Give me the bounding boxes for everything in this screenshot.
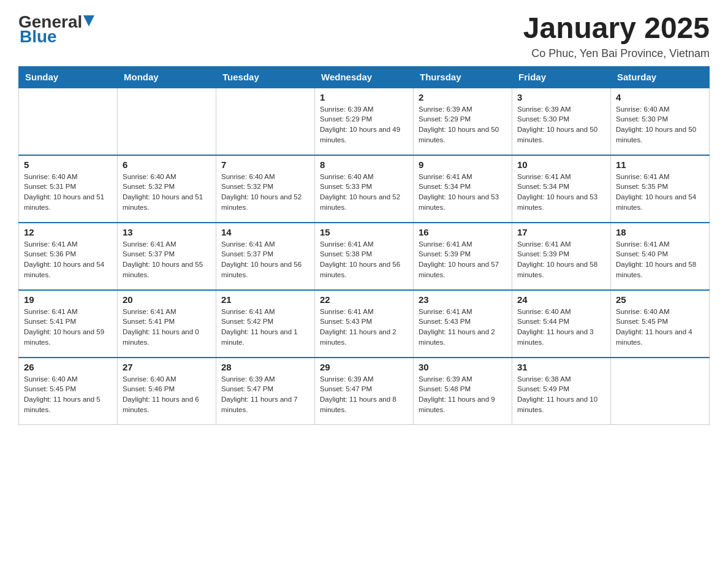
- calendar-cell: 5Sunrise: 6:40 AM Sunset: 5:31 PM Daylig…: [19, 155, 118, 223]
- day-info: Sunrise: 6:39 AM Sunset: 5:47 PM Dayligh…: [221, 374, 309, 415]
- day-number: 6: [123, 159, 211, 170]
- day-info: Sunrise: 6:41 AM Sunset: 5:38 PM Dayligh…: [320, 239, 408, 280]
- calendar-cell: 18Sunrise: 6:41 AM Sunset: 5:40 PM Dayli…: [611, 223, 710, 290]
- day-number: 9: [419, 159, 507, 170]
- calendar-day-header: Saturday: [611, 66, 710, 88]
- calendar-day-header: Friday: [512, 66, 611, 88]
- day-number: 4: [616, 92, 704, 102]
- day-info: Sunrise: 6:41 AM Sunset: 5:43 PM Dayligh…: [320, 307, 408, 348]
- calendar-cell: 19Sunrise: 6:41 AM Sunset: 5:41 PM Dayli…: [19, 290, 118, 358]
- location-text: Co Phuc, Yen Bai Province, Vietnam: [523, 47, 710, 60]
- day-number: 18: [616, 227, 704, 237]
- logo-triangle-icon: [83, 15, 94, 29]
- day-number: 1: [320, 92, 408, 102]
- calendar-cell: 29Sunrise: 6:39 AM Sunset: 5:47 PM Dayli…: [315, 358, 414, 425]
- day-info: Sunrise: 6:41 AM Sunset: 5:34 PM Dayligh…: [419, 172, 507, 213]
- calendar-cell: 16Sunrise: 6:41 AM Sunset: 5:39 PM Dayli…: [414, 223, 512, 290]
- day-info: Sunrise: 6:41 AM Sunset: 5:34 PM Dayligh…: [517, 172, 605, 213]
- calendar-week-row: 26Sunrise: 6:40 AM Sunset: 5:45 PM Dayli…: [19, 358, 710, 425]
- day-number: 2: [419, 92, 507, 102]
- day-info: Sunrise: 6:41 AM Sunset: 5:41 PM Dayligh…: [123, 307, 211, 348]
- day-info: Sunrise: 6:40 AM Sunset: 5:45 PM Dayligh…: [616, 307, 704, 348]
- calendar-cell: 4Sunrise: 6:40 AM Sunset: 5:30 PM Daylig…: [611, 88, 710, 155]
- day-info: Sunrise: 6:40 AM Sunset: 5:30 PM Dayligh…: [616, 104, 704, 145]
- day-info: Sunrise: 6:40 AM Sunset: 5:31 PM Dayligh…: [24, 172, 112, 213]
- title-area: January 2025 Co Phuc, Yen Bai Province, …: [523, 12, 710, 60]
- calendar-cell: [611, 358, 710, 425]
- calendar-cell: 2Sunrise: 6:39 AM Sunset: 5:29 PM Daylig…: [414, 88, 512, 155]
- calendar-day-header: Sunday: [19, 66, 118, 88]
- day-number: 11: [616, 159, 704, 170]
- day-info: Sunrise: 6:40 AM Sunset: 5:32 PM Dayligh…: [123, 172, 211, 213]
- calendar-cell: 15Sunrise: 6:41 AM Sunset: 5:38 PM Dayli…: [315, 223, 414, 290]
- day-info: Sunrise: 6:40 AM Sunset: 5:45 PM Dayligh…: [24, 374, 112, 415]
- calendar-cell: 6Sunrise: 6:40 AM Sunset: 5:32 PM Daylig…: [118, 155, 216, 223]
- calendar-cell: 11Sunrise: 6:41 AM Sunset: 5:35 PM Dayli…: [611, 155, 710, 223]
- day-info: Sunrise: 6:40 AM Sunset: 5:32 PM Dayligh…: [221, 172, 309, 213]
- svg-marker-0: [83, 15, 94, 26]
- day-info: Sunrise: 6:38 AM Sunset: 5:49 PM Dayligh…: [517, 374, 605, 415]
- page-header: General Blue January 2025 Co Phuc, Yen B…: [18, 12, 710, 60]
- calendar-cell: 12Sunrise: 6:41 AM Sunset: 5:36 PM Dayli…: [19, 223, 118, 290]
- calendar-cell: 26Sunrise: 6:40 AM Sunset: 5:45 PM Dayli…: [19, 358, 118, 425]
- calendar-cell: 14Sunrise: 6:41 AM Sunset: 5:37 PM Dayli…: [216, 223, 315, 290]
- calendar-week-row: 12Sunrise: 6:41 AM Sunset: 5:36 PM Dayli…: [19, 223, 710, 290]
- month-title: January 2025: [523, 12, 710, 45]
- calendar-week-row: 5Sunrise: 6:40 AM Sunset: 5:31 PM Daylig…: [19, 155, 710, 223]
- day-number: 30: [419, 362, 507, 372]
- calendar-cell: 9Sunrise: 6:41 AM Sunset: 5:34 PM Daylig…: [414, 155, 512, 223]
- day-info: Sunrise: 6:39 AM Sunset: 5:47 PM Dayligh…: [320, 374, 408, 415]
- day-info: Sunrise: 6:41 AM Sunset: 5:39 PM Dayligh…: [517, 239, 605, 280]
- day-number: 19: [24, 294, 112, 305]
- calendar-cell: 22Sunrise: 6:41 AM Sunset: 5:43 PM Dayli…: [315, 290, 414, 358]
- day-number: 25: [616, 294, 704, 305]
- calendar-week-row: 1Sunrise: 6:39 AM Sunset: 5:29 PM Daylig…: [19, 88, 710, 155]
- calendar-cell: 27Sunrise: 6:40 AM Sunset: 5:46 PM Dayli…: [118, 358, 216, 425]
- day-info: Sunrise: 6:39 AM Sunset: 5:30 PM Dayligh…: [517, 104, 605, 145]
- calendar-cell: 25Sunrise: 6:40 AM Sunset: 5:45 PM Dayli…: [611, 290, 710, 358]
- day-info: Sunrise: 6:41 AM Sunset: 5:43 PM Dayligh…: [419, 307, 507, 348]
- calendar-cell: 30Sunrise: 6:39 AM Sunset: 5:48 PM Dayli…: [414, 358, 512, 425]
- day-number: 26: [24, 362, 112, 372]
- calendar-cell: 7Sunrise: 6:40 AM Sunset: 5:32 PM Daylig…: [216, 155, 315, 223]
- calendar-cell: 21Sunrise: 6:41 AM Sunset: 5:42 PM Dayli…: [216, 290, 315, 358]
- calendar-day-header: Tuesday: [216, 66, 315, 88]
- calendar-day-header: Thursday: [414, 66, 512, 88]
- day-info: Sunrise: 6:41 AM Sunset: 5:37 PM Dayligh…: [123, 239, 211, 280]
- day-number: 5: [24, 159, 112, 170]
- calendar-cell: 1Sunrise: 6:39 AM Sunset: 5:29 PM Daylig…: [315, 88, 414, 155]
- day-number: 20: [123, 294, 211, 305]
- day-number: 10: [517, 159, 605, 170]
- day-number: 27: [123, 362, 211, 372]
- day-info: Sunrise: 6:41 AM Sunset: 5:39 PM Dayligh…: [419, 239, 507, 280]
- day-number: 28: [221, 362, 309, 372]
- day-number: 15: [320, 227, 408, 237]
- day-number: 8: [320, 159, 408, 170]
- calendar-week-row: 19Sunrise: 6:41 AM Sunset: 5:41 PM Dayli…: [19, 290, 710, 358]
- day-info: Sunrise: 6:39 AM Sunset: 5:48 PM Dayligh…: [419, 374, 507, 415]
- day-number: 7: [221, 159, 309, 170]
- day-info: Sunrise: 6:40 AM Sunset: 5:33 PM Dayligh…: [320, 172, 408, 213]
- calendar-day-header: Wednesday: [315, 66, 414, 88]
- day-number: 21: [221, 294, 309, 305]
- calendar-cell: 17Sunrise: 6:41 AM Sunset: 5:39 PM Dayli…: [512, 223, 611, 290]
- calendar-cell: [19, 88, 118, 155]
- day-info: Sunrise: 6:39 AM Sunset: 5:29 PM Dayligh…: [419, 104, 507, 145]
- calendar-cell: 20Sunrise: 6:41 AM Sunset: 5:41 PM Dayli…: [118, 290, 216, 358]
- day-info: Sunrise: 6:41 AM Sunset: 5:35 PM Dayligh…: [616, 172, 704, 213]
- calendar-day-header: Monday: [118, 66, 216, 88]
- calendar-cell: [118, 88, 216, 155]
- day-number: 12: [24, 227, 112, 237]
- calendar-cell: 28Sunrise: 6:39 AM Sunset: 5:47 PM Dayli…: [216, 358, 315, 425]
- calendar-cell: 23Sunrise: 6:41 AM Sunset: 5:43 PM Dayli…: [414, 290, 512, 358]
- day-info: Sunrise: 6:41 AM Sunset: 5:42 PM Dayligh…: [221, 307, 309, 348]
- calendar-cell: 13Sunrise: 6:41 AM Sunset: 5:37 PM Dayli…: [118, 223, 216, 290]
- calendar-cell: [216, 88, 315, 155]
- day-number: 29: [320, 362, 408, 372]
- day-number: 31: [517, 362, 605, 372]
- calendar-cell: 24Sunrise: 6:40 AM Sunset: 5:44 PM Dayli…: [512, 290, 611, 358]
- day-info: Sunrise: 6:41 AM Sunset: 5:37 PM Dayligh…: [221, 239, 309, 280]
- day-info: Sunrise: 6:39 AM Sunset: 5:29 PM Dayligh…: [320, 104, 408, 145]
- day-number: 14: [221, 227, 309, 237]
- calendar-cell: 3Sunrise: 6:39 AM Sunset: 5:30 PM Daylig…: [512, 88, 611, 155]
